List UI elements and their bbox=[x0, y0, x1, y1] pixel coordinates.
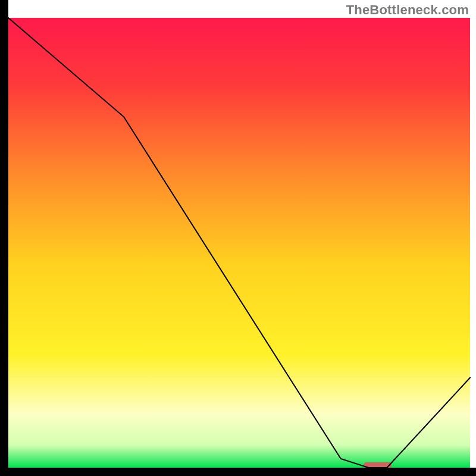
chart-svg bbox=[0, 0, 476, 476]
bottleneck-chart: TheBottleneck.com bbox=[0, 0, 476, 476]
y-axis bbox=[0, 0, 8, 476]
x-axis bbox=[0, 468, 476, 476]
plot-background bbox=[8, 18, 470, 468]
watermark-text: TheBottleneck.com bbox=[346, 2, 469, 18]
